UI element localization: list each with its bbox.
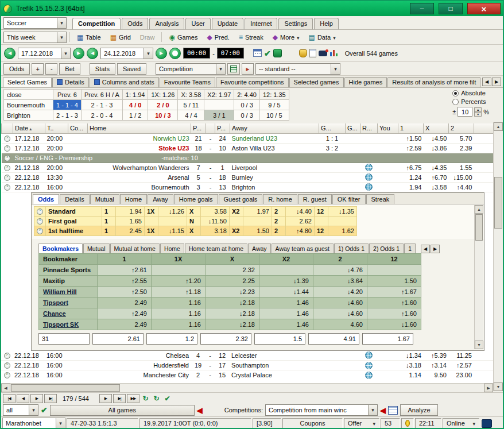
date-from-back-button[interactable] [4,48,15,59]
sport-select[interactable]: Soccer [3,17,67,29]
col-pos-home[interactable]: P... [191,123,206,133]
tab-scroll-left-button[interactable]: ◀ [482,78,491,86]
horizontal-scrollbar[interactable]: ◀ ▶ [1,383,493,392]
col-goals1[interactable]: G... [319,123,346,133]
grid-button[interactable]: Grid [106,32,135,42]
stats-button[interactable]: Stats [90,63,115,75]
close-button[interactable] [467,3,501,14]
odds-x2-input[interactable]: 1.5 [254,333,305,345]
results-cell[interactable] [360,182,378,192]
tab-hide-games[interactable]: Hide games [344,77,387,87]
expand-cell[interactable] [2,153,13,163]
tab-bm-away-guest[interactable]: Away team as guest [272,244,334,253]
data-menu[interactable]: Data [305,32,340,42]
tab-away[interactable]: Away [148,194,173,204]
tab-favourite-competitions[interactable]: Favourite competitions [216,77,289,87]
bookmaker-row[interactable]: Chance ↑2.49 1.16 ↓2.18 1.46 ↓4.60 ↑1.60 [39,308,421,319]
tab-odds-detail[interactable]: Odds [33,194,59,204]
offer-dropdown[interactable]: Offer [344,418,379,429]
count-input[interactable]: 31 [38,333,90,345]
scroll-up-button[interactable]: ▲ [475,205,483,214]
competition-group-row[interactable]: Soccer / ENG - Premiership-matches: 10 [2,153,494,163]
check-icon[interactable] [264,49,271,58]
period-select[interactable]: This week [3,32,67,43]
bookmaker-row[interactable]: Pinnacle Sports ↑2.61 2.32 ↓4.76 [39,264,421,275]
tab-home[interactable]: Home [120,194,147,204]
grid-tool-icon[interactable] [388,406,398,415]
apply-filter-icon[interactable] [41,405,48,415]
col-comp[interactable]: Co... [68,123,88,133]
col-time[interactable]: T.. [45,123,68,133]
results-cell[interactable] [360,163,378,172]
game-row[interactable]: 17.12.18 20:00 Stoke U23 18 - 10 Aston V… [2,143,494,153]
scroll-left-button[interactable]: ◀ [1,384,10,392]
tab-details-detail[interactable]: Details [60,194,90,204]
tab-bm-home[interactable]: Home [160,244,184,253]
games-button[interactable]: Games [165,32,201,42]
expand-cell[interactable] [2,133,13,143]
matchup-row-away[interactable]: Brighton 2 - 1 - 3 2 - 0 - 4 1 / 2 10 / … [4,110,289,121]
tab-guest-goals[interactable]: Guest goals [219,194,263,204]
col-odds-2[interactable]: 2 [449,123,474,133]
tab-bookmakers[interactable]: Bookmakers [38,244,83,253]
expand-cell[interactable] [2,143,13,153]
tab-bm-home-team-home[interactable]: Home team at home [185,244,247,253]
percents-radio[interactable]: Percents [452,98,489,105]
col-odds-x[interactable]: X [424,123,449,133]
standard-select[interactable]: -- standard -- [255,63,340,75]
expand-cell[interactable] [1,361,13,370]
game-row[interactable]: 21.12.18 20:00 Wolverhampton Wanderers 7… [2,163,494,172]
col-date[interactable]: Date [13,123,45,133]
vertical-scrollbar[interactable]: ▲ ▼ [493,122,503,391]
minus-button[interactable]: - [45,63,57,75]
arrow-left-icon[interactable]: ◀ [380,406,386,415]
tab-bm-more[interactable]: 1 [404,244,416,253]
bet-button[interactable]: Bet [59,63,80,75]
scroll-up-button[interactable]: ▲ [494,122,503,131]
analyze-button[interactable]: Analyze [400,404,438,416]
tab-scroll-right-button[interactable]: ▶ [492,78,501,86]
matchup-row-home[interactable]: Bournemouth 1 - 1 - 4 2 - 1 - 3 4 / 0 2 … [4,100,289,110]
odds-row-selected[interactable]: 1st halftime 12.45 1X↓1.15 X3.18 X21.50 … [34,226,357,235]
bm-scroll-right-button[interactable]: ▶ [431,245,440,253]
tab-analysis[interactable]: Analysis [149,18,184,29]
odds-1-input[interactable]: 2.61 [92,333,144,345]
next-group-button[interactable]: ▶ [99,394,112,403]
sort-tool-button[interactable] [227,63,240,75]
results-cell[interactable] [360,361,377,370]
results-cell[interactable] [360,351,377,361]
bm-scroll-left-button[interactable]: ◀ [421,245,430,253]
tab-help[interactable]: Help [314,18,339,29]
document-icon[interactable] [309,49,316,57]
scroll-down-button[interactable]: ▼ [494,382,503,391]
tab-streak[interactable]: Streak [366,194,395,204]
time-filter-button[interactable] [169,48,181,59]
tab-competition[interactable]: Competition [72,18,121,29]
tab-r-guest[interactable]: R. guest [298,194,332,204]
connection-icon[interactable] [482,419,492,428]
odds-row[interactable]: Standard 11.94 1X↓1.26 X3.58 X21.97 2↓4.… [34,206,357,216]
tab-selected-games[interactable]: Selected games [289,77,344,87]
panel-scrollbar[interactable]: ▲ ▼ [474,205,483,349]
odds-x-input[interactable]: 2.32 [200,333,251,345]
minimize-button[interactable] [410,3,434,14]
col-pos-away[interactable]: P... [215,123,230,133]
chart-icon[interactable] [329,49,338,58]
competition-select[interactable]: Competition [156,63,226,75]
tab-bm-odds1[interactable]: 1) Odds 1 [334,244,369,253]
bookmaker-row[interactable]: Maxitip ↑2.55 ↑1.20 2.25 ↓1.39 ↓3.64 1.5… [39,275,421,286]
tab-select-games[interactable]: Select Games [3,77,52,87]
col-away[interactable]: Away [230,123,319,133]
col-goals2[interactable]: G... [346,123,360,133]
tab-internet[interactable]: Internet [245,18,277,29]
tab-update[interactable]: Update [212,18,243,29]
col-home[interactable]: Home [88,123,191,133]
game-row[interactable]: 17.12.18 20:00 Norwich U23 21 - 24 Sunde… [2,133,494,143]
col-you[interactable]: You [378,123,398,133]
search-icon[interactable] [319,51,327,56]
plus-button[interactable]: + [32,63,44,75]
tab-ok-filter[interactable]: OK filter [332,194,366,204]
last-record-button[interactable]: ▶| [44,394,57,403]
saved-button[interactable]: Saved [117,63,146,75]
next-page-button[interactable]: ▶| [113,394,126,403]
